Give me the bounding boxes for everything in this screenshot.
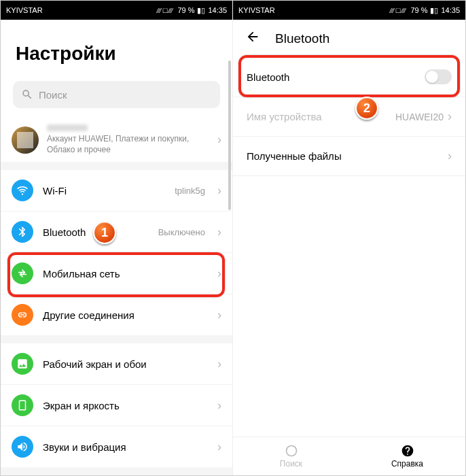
battery-label: 79 % xyxy=(177,6,194,14)
annotation-marker-1: 1 xyxy=(93,221,116,244)
help-icon xyxy=(401,444,414,458)
carrier-label: KYIVSTAR xyxy=(6,6,43,14)
vibrate-icon: ⫻□⫻ xyxy=(156,6,175,14)
battery-icon: ▮▯ xyxy=(430,6,438,15)
bluetooth-icon xyxy=(12,221,33,243)
chevron-right-icon: › xyxy=(217,225,221,239)
item-label: Звуки и вибрация xyxy=(43,441,208,453)
account-row[interactable]: Аккаунт HUAWEI, Платежи и покупки, Облак… xyxy=(1,118,232,162)
chevron-right-icon: › xyxy=(448,149,452,163)
settings-item-connections[interactable]: Другие соединения › xyxy=(1,294,232,335)
item-value: Выключено xyxy=(158,227,205,237)
row-label: Bluetooth xyxy=(247,71,425,83)
item-label: Экран и яркость xyxy=(43,400,208,411)
chevron-right-icon: › xyxy=(217,398,221,413)
row-label: Полученные файлы xyxy=(247,150,448,162)
compass-icon xyxy=(285,444,298,458)
phone-left-settings: KYIVSTAR ⫻□⫻ 79 % ▮▯ 14:35 Настройки Пои… xyxy=(1,1,233,475)
chevron-right-icon: › xyxy=(217,184,221,198)
item-label: Мобильная сеть xyxy=(43,268,208,279)
search-icon xyxy=(21,88,33,101)
received-files-row[interactable]: Полученные файлы › xyxy=(233,137,465,176)
status-bar: KYIVSTAR ⫻□⫻ 79 % ▮▯ 14:35 xyxy=(1,1,232,20)
settings-item-wifi[interactable]: Wi-Fi tplink5g › xyxy=(1,170,232,211)
wifi-icon xyxy=(12,180,33,201)
mobile-network-icon xyxy=(12,262,33,284)
display-icon xyxy=(12,394,33,416)
bluetooth-toggle-row[interactable]: Bluetooth xyxy=(233,57,465,97)
item-label: Wi-Fi xyxy=(43,185,165,197)
screen-title: Bluetooth xyxy=(275,31,329,46)
device-name-row: Имя устройства HUAWEI20 › xyxy=(233,97,465,137)
search-placeholder: Поиск xyxy=(39,89,67,101)
settings-item-wallpaper[interactable]: Рабочий экран и обои › xyxy=(1,343,232,385)
battery-icon: ▮▯ xyxy=(197,6,205,15)
chevron-right-icon: › xyxy=(217,133,221,147)
scrollbar[interactable] xyxy=(228,61,231,210)
settings-item-display[interactable]: Экран и яркость › xyxy=(1,385,232,426)
sound-icon xyxy=(12,436,33,458)
annotation-marker-2: 2 xyxy=(355,97,378,120)
tab-help[interactable]: Справка xyxy=(349,437,465,475)
item-label: Другие соединения xyxy=(43,309,208,321)
tab-search[interactable]: Поиск xyxy=(233,437,349,475)
account-subtitle: Аккаунт HUAWEI, Платежи и покупки, Облак… xyxy=(47,134,209,155)
avatar xyxy=(12,126,39,154)
page-title: Настройки xyxy=(1,20,232,81)
chevron-right-icon: › xyxy=(217,308,221,322)
chevron-right-icon: › xyxy=(217,440,221,454)
chevron-right-icon: › xyxy=(217,267,221,281)
search-input[interactable]: Поиск xyxy=(13,81,220,108)
time-label: 14:35 xyxy=(208,6,227,14)
battery-label: 79 % xyxy=(410,6,427,14)
carrier-label: KYIVSTAR xyxy=(238,6,275,14)
settings-item-mobile[interactable]: Мобильная сеть › xyxy=(1,253,232,294)
settings-item-sound[interactable]: Звуки и вибрация › xyxy=(1,426,232,467)
phone-right-bluetooth: KYIVSTAR ⫻□⫻ 79 % ▮▯ 14:35 Bluetooth Blu… xyxy=(233,1,465,475)
status-bar: KYIVSTAR ⫻□⫻ 79 % ▮▯ 14:35 xyxy=(233,1,465,20)
bluetooth-toggle[interactable] xyxy=(425,69,452,84)
time-label: 14:35 xyxy=(441,6,460,14)
back-button[interactable] xyxy=(245,29,260,48)
chevron-right-icon: › xyxy=(448,109,452,124)
topbar: Bluetooth xyxy=(233,20,465,57)
settings-item-bluetooth[interactable]: Bluetooth Выключено › xyxy=(1,211,232,253)
wallpaper-icon xyxy=(12,353,33,375)
item-label: Рабочий экран и обои xyxy=(43,358,208,370)
row-value: HUAWEI20 xyxy=(395,112,444,122)
item-value: tplink5g xyxy=(175,186,205,196)
vibrate-icon: ⫻□⫻ xyxy=(389,6,408,14)
chevron-right-icon: › xyxy=(217,357,221,371)
link-icon xyxy=(12,304,33,326)
account-name-blurred xyxy=(47,124,88,131)
bottom-tab-bar: Поиск Справка xyxy=(233,437,465,475)
